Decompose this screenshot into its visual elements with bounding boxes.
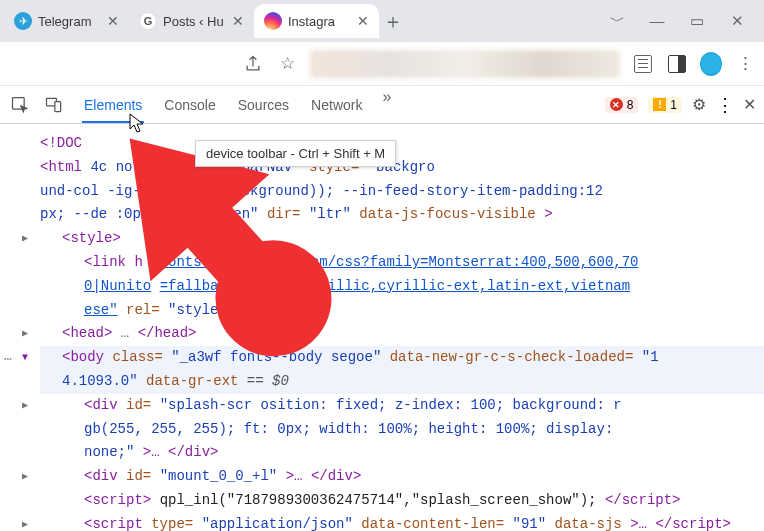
code-text: </div> bbox=[168, 444, 218, 460]
blurred-region bbox=[310, 50, 620, 78]
code-text: >… bbox=[630, 516, 647, 531]
overflow-dots-icon[interactable]: ⋯ bbox=[4, 349, 12, 371]
tab-instagram[interactable]: Instagra ✕ bbox=[254, 4, 379, 38]
tab-title: Posts ‹ Hu bbox=[163, 14, 224, 29]
browser-toolbar: ☆ ⋮ bbox=[0, 42, 764, 86]
stylesheet-link[interactable]: ese" bbox=[84, 302, 118, 318]
code-text: <link h bbox=[84, 254, 143, 270]
code-text: … bbox=[121, 325, 129, 341]
device-toolbar-icon[interactable] bbox=[42, 93, 66, 117]
code-text: <script bbox=[84, 516, 151, 531]
stylesheet-link[interactable]: =fallback&subset=cyrillic,cyrillic-ext,l… bbox=[160, 278, 630, 294]
close-icon[interactable]: ✕ bbox=[357, 13, 369, 29]
maximize-button[interactable]: ▭ bbox=[688, 12, 706, 31]
devtools-menu-kebab-icon[interactable]: ⋮ bbox=[716, 94, 733, 116]
bookmark-star-icon[interactable]: ☆ bbox=[276, 53, 298, 75]
expand-triangle-icon[interactable]: ▶ bbox=[22, 325, 28, 342]
code-text: "ltr" bbox=[309, 206, 351, 222]
code-text: id= bbox=[126, 468, 151, 484]
code-text: $0 bbox=[272, 373, 289, 389]
code-text: <script> bbox=[84, 492, 151, 508]
code-text: dir= bbox=[267, 206, 301, 222]
telegram-icon: ✈ bbox=[14, 12, 32, 30]
newtab-button[interactable]: ＋ bbox=[379, 8, 407, 35]
minimize-button[interactable]: ﹀ bbox=[608, 12, 626, 31]
sidepanel-icon[interactable] bbox=[666, 53, 688, 75]
expand-triangle-icon[interactable]: ▶ bbox=[22, 230, 28, 247]
tab-posts[interactable]: G Posts ‹ Hu ✕ bbox=[129, 4, 254, 38]
code-text: </div> bbox=[311, 468, 361, 484]
close-icon[interactable]: ✕ bbox=[107, 13, 119, 29]
share-icon[interactable] bbox=[242, 53, 264, 75]
code-text: px; --de bbox=[40, 206, 107, 222]
warning-count-badge[interactable]: !1 bbox=[648, 97, 682, 113]
code-text: "application/json" bbox=[202, 516, 353, 531]
tab-elements[interactable]: Elements bbox=[82, 88, 144, 122]
reader-icon[interactable] bbox=[632, 53, 654, 75]
devtools-toolbar: Elements Console Sources Network » ✕8 !1… bbox=[0, 86, 764, 124]
code-text: <div bbox=[84, 397, 126, 413]
code-text: > bbox=[544, 206, 552, 222]
more-tabs-icon[interactable]: » bbox=[382, 88, 391, 122]
code-text: gb(255, 255, 255); bbox=[84, 421, 244, 437]
code-text: data-js-focus-visible bbox=[359, 206, 535, 222]
window-controls: ﹀ — ▭ ✕ bbox=[608, 12, 760, 31]
tab-title: Telegram bbox=[38, 14, 91, 29]
code-text: "91" bbox=[513, 516, 547, 531]
expand-triangle-icon[interactable]: ▶ bbox=[22, 468, 28, 485]
svg-rect-2 bbox=[55, 101, 61, 111]
code-text: und-col bbox=[40, 183, 99, 199]
code-text: "mount_0_0_+l" bbox=[160, 468, 278, 484]
browser-tabstrip: ✈ Telegram ✕ G Posts ‹ Hu ✕ Instagra ✕ ＋… bbox=[0, 0, 764, 42]
tab-sources[interactable]: Sources bbox=[236, 88, 291, 122]
code-text: fonts--body segoe" bbox=[230, 349, 381, 365]
code-text: "1 bbox=[642, 349, 659, 365]
close-devtools-icon[interactable]: ✕ bbox=[743, 95, 756, 114]
expand-triangle-icon[interactable]: ▶ bbox=[22, 397, 28, 414]
settings-gear-icon[interactable]: ⚙ bbox=[692, 95, 706, 114]
code-text: data-new-gr-c-s-check-loaded= bbox=[390, 349, 634, 365]
tab-console[interactable]: Console bbox=[162, 88, 217, 122]
instagram-icon bbox=[264, 12, 282, 30]
elements-dom-tree[interactable]: <!DOC <html 4c no-touch isSidebarNav" st… bbox=[0, 124, 764, 531]
code-text: ft: 0px; width: 100%; height: 100%; disp… bbox=[244, 421, 614, 437]
tab-telegram[interactable]: ✈ Telegram ✕ bbox=[4, 4, 129, 38]
code-text: data-gr-ext bbox=[146, 373, 238, 389]
code-text: 4.1093.0" bbox=[62, 373, 138, 389]
extensions-globe-icon[interactable] bbox=[700, 53, 722, 75]
code-text: "splash-scr bbox=[160, 397, 252, 413]
minimize-button[interactable]: — bbox=[648, 12, 666, 31]
code-text: lang= bbox=[174, 206, 216, 222]
code-text: >… bbox=[286, 468, 303, 484]
code-text: class= bbox=[112, 349, 162, 365]
code-text: "_a3wf bbox=[171, 349, 230, 365]
device-toolbar-tooltip: device toolbar - Ctrl + Shift + M bbox=[195, 140, 396, 167]
error-count-badge[interactable]: ✕8 bbox=[605, 97, 639, 113]
code-text: type= bbox=[151, 516, 193, 531]
stylesheet-link[interactable]: /fonts.googleapis.com/css?family=Montser… bbox=[151, 254, 638, 270]
inspect-element-icon[interactable] bbox=[8, 93, 32, 117]
code-text: >… bbox=[143, 444, 160, 460]
code-text: id= bbox=[126, 397, 151, 413]
stylesheet-link[interactable]: 0|Nunito bbox=[84, 278, 151, 294]
code-text: :0px;" bbox=[116, 206, 166, 222]
code-text: </head> bbox=[138, 325, 197, 341]
code-text: "style bbox=[168, 302, 218, 318]
close-window-button[interactable]: ✕ bbox=[728, 12, 746, 31]
code-text: qpl_inl("7187989300362475714","splash_sc… bbox=[160, 492, 597, 508]
browser-menu-kebab-icon[interactable]: ⋮ bbox=[734, 53, 756, 75]
code-text: "en" bbox=[225, 206, 259, 222]
tab-network[interactable]: Network bbox=[309, 88, 364, 122]
collapse-triangle-icon[interactable]: ▼ bbox=[22, 349, 28, 366]
tab-title: Instagra bbox=[288, 14, 335, 29]
code-text: none;" bbox=[84, 444, 134, 460]
code-text: <!DOC bbox=[40, 135, 82, 151]
close-icon[interactable]: ✕ bbox=[232, 13, 244, 29]
code-text: osition: fixed; z-index: 100; background… bbox=[260, 397, 621, 413]
code-text: -ig-secondary-background)); --in-feed-st… bbox=[107, 183, 603, 199]
code-text: data-content-len= bbox=[361, 516, 504, 531]
code-text: == bbox=[247, 373, 272, 389]
expand-triangle-icon[interactable]: ▶ bbox=[22, 516, 28, 531]
code-text: </script> bbox=[655, 516, 731, 531]
code-text: <style> bbox=[62, 230, 121, 246]
